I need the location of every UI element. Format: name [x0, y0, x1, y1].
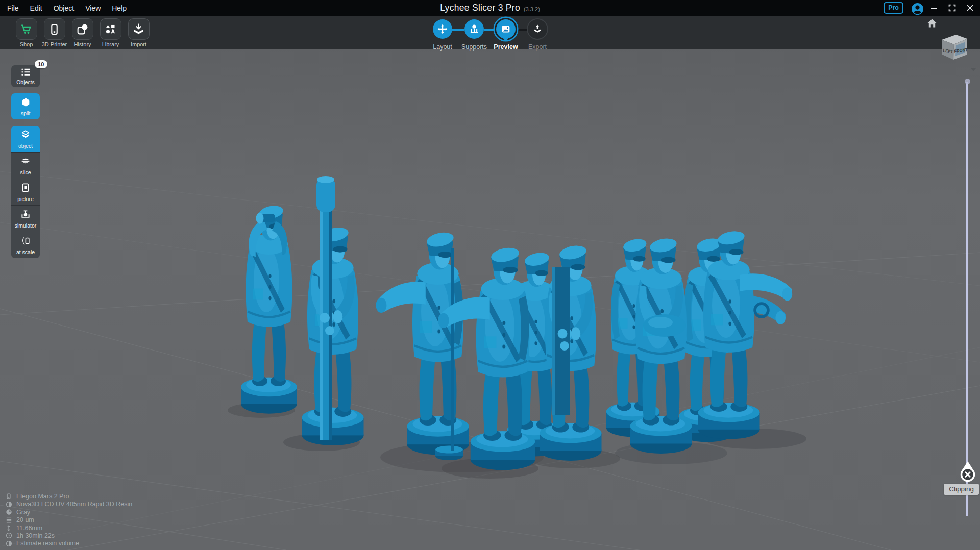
minimize-icon[interactable] [929, 3, 939, 14]
soldier-binoculars [241, 204, 297, 414]
color-icon [5, 509, 12, 515]
scene-canvas[interactable] [0, 49, 980, 550]
menu-file[interactable]: File [7, 4, 19, 12]
sidebar: 10 Objects split object [11, 65, 40, 258]
estimate-resin-volume-link[interactable]: Estimate resin volume [16, 540, 79, 547]
resin-icon [5, 501, 12, 508]
menubar: File Edit Object View Help [7, 0, 127, 16]
chevron-down-icon[interactable] [970, 64, 976, 73]
history-button[interactable]: History [68, 18, 96, 47]
soldier-plank [540, 244, 602, 461]
import-button[interactable]: Import [125, 18, 153, 47]
sidebar-simulator-button[interactable]: simulator [11, 205, 40, 232]
volume-icon [5, 540, 12, 547]
library-icon [100, 18, 121, 40]
app-title: Lychee Slicer 3 Pro [440, 3, 520, 13]
slice-layers-icon [20, 156, 31, 169]
print-summary: Elegoo Mars 2 Pro Nova3D LCD UV 405nm Ra… [5, 492, 132, 547]
layer-height-line: 20 um [5, 516, 132, 523]
printer-icon [44, 18, 65, 40]
toolbar: Shop 3D Printer History Library [0, 16, 980, 49]
maximize-icon[interactable] [947, 3, 957, 14]
app-version: (3.3.2) [524, 4, 540, 12]
sidebar-tool-stack: object slice picture [11, 126, 40, 258]
tab-layout[interactable]: Layout [427, 18, 458, 51]
estimate-volume-line: Estimate resin volume [5, 540, 132, 547]
library-button[interactable]: Library [96, 18, 125, 47]
objects-list-icon [21, 68, 31, 79]
clipping-slider-handle[interactable] [960, 460, 975, 484]
sidebar-picture-button[interactable]: picture [11, 179, 40, 205]
printer-icon [5, 493, 12, 500]
shop-button[interactable]: Shop [12, 18, 40, 47]
layer-height-icon [5, 517, 12, 523]
menu-help[interactable]: Help [112, 4, 127, 12]
sidebar-at-scale-button[interactable]: at scale [11, 232, 40, 258]
viewport: 10 Objects split object [0, 49, 980, 550]
layout-move-icon [433, 19, 452, 39]
sidebar-slice-button[interactable]: slice [11, 152, 40, 179]
at-scale-icon [20, 235, 31, 248]
color-line: Gray [5, 508, 132, 516]
resin-line: Nova3D LCD UV 405nm Rapid 3D Resin [5, 501, 132, 508]
simulator-icon [20, 209, 31, 222]
3d-printer-button[interactable]: 3D Printer [40, 18, 68, 47]
pro-badge[interactable]: Pro [884, 2, 903, 14]
time-line: 1h 30min 22s [5, 532, 132, 539]
menu-edit[interactable]: Edit [30, 4, 42, 12]
soldier-flag-bearer [302, 226, 364, 445]
cart-icon [16, 18, 37, 40]
tab-supports[interactable]: Supports [458, 18, 490, 51]
menu-view[interactable]: View [85, 4, 101, 12]
workflow-steps: Layout Supports Preview Export [427, 18, 553, 48]
clipping-tooltip: Clipping [944, 484, 979, 495]
time-icon [5, 532, 12, 539]
split-hexagon-icon [20, 97, 31, 110]
clipping-slider-track[interactable] [966, 82, 968, 516]
lychee-slicer-window: File Edit Object View Help Lychee Slicer… [0, 0, 980, 550]
objects-count-badge: 10 [35, 60, 47, 68]
height-icon [5, 524, 12, 532]
tab-preview[interactable]: Preview [490, 18, 522, 51]
view-orientation-cube[interactable]: LEFT FRONT [937, 31, 970, 65]
soldier-pointing-1 [376, 231, 469, 455]
picture-icon [20, 182, 31, 195]
preview-image-icon [496, 19, 516, 39]
account-avatar-icon[interactable] [911, 3, 921, 14]
sidebar-split-button[interactable]: split [11, 93, 40, 119]
menu-object[interactable]: Object [54, 4, 74, 12]
titlebar: File Edit Object View Help Lychee Slicer… [0, 0, 980, 16]
home-view-icon[interactable] [927, 18, 937, 30]
object-layers-icon [20, 129, 31, 142]
history-icon [72, 18, 93, 40]
tab-export[interactable]: Export [522, 18, 553, 51]
export-icon [528, 19, 547, 39]
model-group[interactable] [241, 176, 792, 470]
sidebar-object-button[interactable]: object [11, 126, 40, 152]
sidebar-objects-button[interactable]: 10 Objects [11, 65, 40, 87]
plank[interactable] [552, 267, 570, 415]
bundle-highlight [648, 317, 673, 328]
supports-icon [464, 19, 484, 39]
height-line: 11.66mm [5, 524, 132, 532]
printer-line: Elegoo Mars 2 Pro [5, 492, 132, 500]
close-icon[interactable] [965, 3, 975, 14]
import-icon [128, 18, 150, 40]
